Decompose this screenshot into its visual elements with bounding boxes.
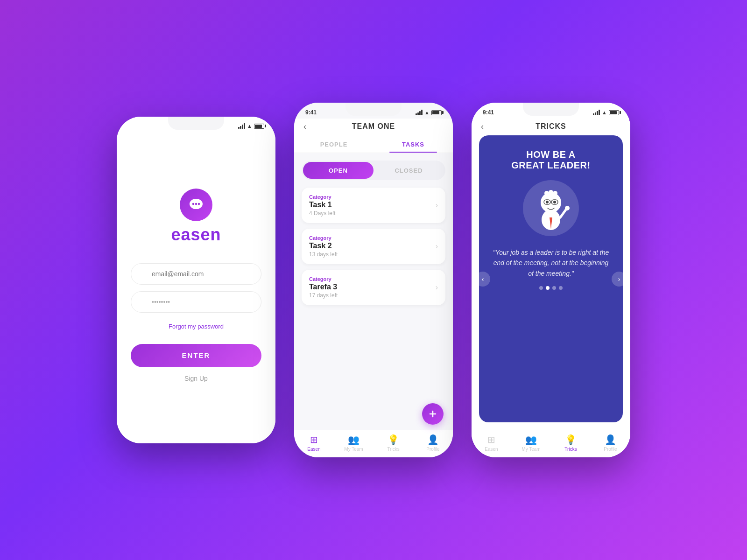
tasks-list: Category Task 1 4 Days left › Category T… — [294, 185, 453, 430]
battery-icon-3 — [609, 110, 619, 115]
tricks-nav-icon-3: 💡 — [565, 434, 577, 445]
svg-point-16 — [565, 206, 570, 210]
dot-4[interactable] — [559, 286, 563, 290]
myteam-nav-icon: 👥 — [348, 434, 359, 445]
svg-point-14 — [553, 201, 556, 203]
nav-header-3: ‹ TRICKS — [472, 119, 630, 135]
bottom-nav-profile-2[interactable]: 👤 Profile — [413, 434, 453, 452]
bottom-nav-profile-3[interactable]: 👤 Profile — [591, 434, 630, 452]
mascot-svg — [530, 185, 572, 231]
battery-icon-2 — [431, 110, 442, 115]
tricks-nav-label: Tricks — [387, 447, 399, 452]
status-time-2: 9:41 — [305, 109, 317, 116]
easen-nav-label-3: Easen — [485, 447, 498, 452]
svg-point-7 — [544, 191, 549, 196]
bottom-nav-tricks-3[interactable]: 💡 Tricks — [551, 434, 591, 452]
status-icons-3: ▲ — [593, 110, 619, 115]
password-wrapper: 🔒 — [131, 291, 261, 313]
svg-point-4 — [198, 203, 200, 204]
signal-icon-2 — [416, 110, 423, 115]
task-card-3[interactable]: Category Tarefa 3 17 days left › — [302, 270, 445, 305]
dot-1[interactable] — [539, 286, 543, 290]
page-title-3: TRICKS — [536, 122, 566, 131]
task-arrow-2: › — [436, 242, 438, 251]
tricks-card-title: HOW BE AGREAT LEADER! — [511, 149, 590, 171]
task-card-2[interactable]: Category Task 2 13 days left › — [302, 229, 445, 264]
task-name-2: Task 2 — [309, 242, 338, 250]
page-title-2: TEAM ONE — [352, 122, 395, 131]
password-input[interactable] — [131, 291, 261, 313]
bottom-nav-2: ⊞ Easen 👥 My Team 💡 Tricks 👤 Profile — [294, 430, 453, 457]
bottom-nav-3: ⊞ Easen 👥 My Team 💡 Tricks 👤 Profile — [472, 430, 630, 457]
nav-header-2: ‹ TEAM ONE — [294, 119, 453, 135]
svg-point-9 — [553, 191, 557, 196]
task-info-1: Category Task 1 4 Days left — [309, 194, 336, 217]
wifi-icon-2: ▲ — [424, 110, 430, 115]
wifi-icon-3: ▲ — [602, 110, 607, 115]
toggle-open[interactable]: OPEN — [303, 162, 374, 179]
svg-point-2 — [192, 203, 194, 204]
tricks-quote-text: "Your job as a leader is to be right at … — [490, 247, 612, 279]
dot-3[interactable] — [552, 286, 556, 290]
task-days-3: 17 days left — [309, 292, 338, 299]
toggle-closed[interactable]: CLOSED — [374, 162, 444, 179]
tab-people[interactable]: PEOPLE — [294, 135, 374, 153]
task-days-1: 4 Days left — [309, 210, 336, 217]
bottom-nav-easen-2[interactable]: ⊞ Easen — [294, 434, 334, 452]
profile-nav-icon-2: 👤 — [427, 434, 439, 445]
tricks-nav-icon: 💡 — [388, 434, 399, 445]
login-form: easen 👤 🔒 Forgot my password ENTER Sign … — [117, 132, 275, 443]
back-button-2[interactable]: ‹ — [303, 122, 306, 132]
tab-bar-2: PEOPLE TASKS — [294, 135, 453, 153]
myteam-nav-label: My Team — [344, 447, 363, 452]
task-info-3: Category Tarefa 3 17 days left — [309, 276, 338, 299]
mascot-container — [523, 180, 579, 236]
tab-tasks[interactable]: TASKS — [374, 135, 453, 153]
bottom-nav-tricks-2[interactable]: 💡 Tricks — [374, 434, 413, 452]
forgot-password-link[interactable]: Forgot my password — [169, 323, 224, 330]
status-bar-2: 9:41 ▲ — [294, 103, 453, 119]
bottom-nav-myteam-3[interactable]: 👥 My Team — [511, 434, 551, 452]
svg-line-15 — [560, 209, 566, 217]
enter-button[interactable]: ENTER — [131, 344, 261, 367]
task-arrow-3: › — [436, 283, 438, 292]
task-name-1: Task 1 — [309, 201, 336, 209]
app-name-text: easen — [171, 225, 221, 245]
signal-icon — [238, 123, 245, 129]
tricks-content: ‹ › HOW BE AGREAT LEADER! — [472, 135, 630, 430]
task-card-1[interactable]: Category Task 1 4 Days left › — [302, 188, 445, 223]
email-wrapper: 👤 — [131, 263, 261, 285]
bottom-nav-myteam-2[interactable]: 👥 My Team — [334, 434, 374, 452]
phone-tricks: 9:41 ▲ ‹ TRICKS ‹ › — [472, 103, 630, 457]
task-category-1: Category — [309, 194, 336, 200]
status-icons: ▲ — [238, 123, 264, 129]
status-bar-3: 9:41 ▲ — [472, 103, 630, 119]
tricks-card: ‹ › HOW BE AGREAT LEADER! — [479, 135, 623, 422]
svg-point-8 — [549, 190, 553, 195]
dots-indicator — [539, 286, 563, 290]
tricks-nav-label-3: Tricks — [564, 447, 577, 452]
status-time-3: 9:41 — [483, 109, 494, 116]
svg-point-3 — [195, 203, 197, 204]
svg-point-13 — [546, 201, 549, 203]
back-button-3[interactable]: ‹ — [481, 122, 484, 132]
bottom-nav-easen-3[interactable]: ⊞ Easen — [472, 434, 511, 452]
profile-nav-label-3: Profile — [604, 447, 617, 452]
add-task-fab[interactable] — [422, 403, 444, 425]
wifi-icon: ▲ — [247, 123, 252, 129]
dot-2[interactable] — [546, 286, 550, 290]
task-arrow-1: › — [436, 201, 438, 210]
easen-nav-label: Easen — [307, 447, 320, 452]
task-name-3: Tarefa 3 — [309, 283, 338, 291]
myteam-nav-icon-3: 👥 — [525, 434, 537, 445]
phone-login: ▲ easen 👤 — [117, 117, 275, 443]
profile-nav-label-2: Profile — [426, 447, 439, 452]
signup-link[interactable]: Sign Up — [184, 375, 208, 382]
open-closed-toggle: OPEN CLOSED — [302, 161, 445, 180]
task-category-3: Category — [309, 276, 338, 282]
email-input[interactable] — [131, 263, 261, 285]
card-next-button[interactable]: › — [612, 272, 623, 287]
card-prev-button[interactable]: ‹ — [479, 272, 490, 287]
easen-nav-icon: ⊞ — [310, 434, 318, 445]
easen-nav-icon-3: ⊞ — [487, 434, 495, 445]
